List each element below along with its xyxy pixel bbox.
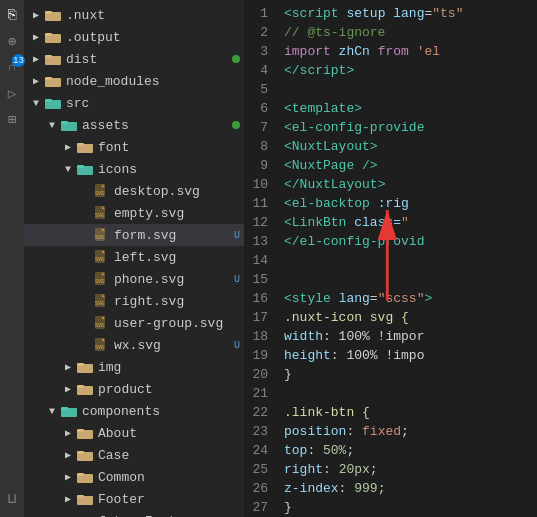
svg-rect-47 (77, 429, 84, 432)
tree-arrow-dist: ▶ (28, 53, 44, 65)
tree-label-Footer: Footer (98, 492, 240, 507)
tree-icon-src (44, 94, 62, 112)
line-number-27: 27 (244, 498, 268, 517)
tree-label-font: font (98, 140, 240, 155)
tree-label-About: About (98, 426, 240, 441)
tree-arrow-output: ▶ (28, 31, 44, 43)
tree-item-right[interactable]: SVGright.svg (24, 290, 244, 312)
tree-icon-icons (76, 160, 94, 178)
tree-item-form[interactable]: SVGform.svgU (24, 224, 244, 246)
tree-label-user-group: user-group.svg (114, 316, 240, 331)
tree-item-node_modules[interactable]: ▶node_modules (24, 70, 244, 92)
tree-label-product: product (98, 382, 240, 397)
code-line-7: <el-config-provide (284, 118, 537, 137)
tree-label-dist: dist (66, 52, 228, 67)
tree-arrow-src: ▼ (28, 98, 44, 109)
tree-label-img: img (98, 360, 240, 375)
tree-item-wx[interactable]: SVGwx.svgU (24, 334, 244, 356)
tree-icon-assets (60, 116, 78, 134)
tree-item-futrueFactory[interactable]: ▶futrueFactory (24, 510, 244, 517)
explorer-icon[interactable]: ⎘ (1, 4, 23, 26)
line-number-24: 24 (244, 441, 268, 460)
tree-icon-Common (76, 468, 94, 486)
run-icon[interactable]: ▷ (1, 82, 23, 104)
tree-item-img[interactable]: ▶img (24, 356, 244, 378)
code-line-9: <NuxtPage /> (284, 156, 537, 175)
tree-item-Common[interactable]: ▶Common (24, 466, 244, 488)
tree-icon-font (76, 138, 94, 156)
line-number-12: 12 (244, 213, 268, 232)
code-line-17: .nuxt-icon svg { (284, 308, 537, 327)
remote-icon[interactable]: ⊔ (1, 487, 23, 509)
tree-label-assets: assets (82, 118, 228, 133)
line-number-25: 25 (244, 460, 268, 479)
svg-rect-9 (45, 99, 52, 102)
line-number-14: 14 (244, 251, 268, 270)
line-number-16: 16 (244, 289, 268, 308)
tree-item-assets[interactable]: ▼assets (24, 114, 244, 136)
tree-label-left: left.svg (114, 250, 240, 265)
tree-item-icons[interactable]: ▼icons (24, 158, 244, 180)
line-number-2: 2 (244, 23, 268, 42)
tree-label-icons: icons (98, 162, 240, 177)
tree-item-nuxt[interactable]: ▶.nuxt (24, 4, 244, 26)
code-line-15 (284, 270, 537, 289)
line-number-1: 1 (244, 4, 268, 23)
tree-label-src: src (66, 96, 240, 111)
tree-icon-left: SVG (92, 248, 110, 266)
svg-rect-3 (45, 33, 52, 36)
tree-arrow-img: ▶ (60, 361, 76, 373)
search-icon[interactable]: ⊕ (1, 30, 23, 52)
code-line-23: position: fixed; (284, 422, 537, 441)
line-number-5: 5 (244, 80, 268, 99)
tree-arrow-components: ▼ (44, 406, 60, 417)
line-number-23: 23 (244, 422, 268, 441)
tree-item-empty[interactable]: SVGempty.svg (24, 202, 244, 224)
tree-item-Footer[interactable]: ▶Footer (24, 488, 244, 510)
code-line-26: z-index: 999; (284, 479, 537, 498)
tree-badge-wx: U (234, 340, 240, 351)
tree-item-About[interactable]: ▶About (24, 422, 244, 444)
tree-label-phone: phone.svg (114, 272, 230, 287)
code-line-6: <template> (284, 99, 537, 118)
activity-bar: ⎘ ⊕ ⑃ 13 ▷ ⊞ ⊔ (0, 0, 24, 517)
tree-item-src[interactable]: ▼src (24, 92, 244, 114)
line-number-8: 8 (244, 137, 268, 156)
tree-arrow-node_modules: ▶ (28, 75, 44, 87)
tree-label-futrueFactory: futrueFactory (98, 514, 240, 518)
tree-item-dist[interactable]: ▶dist (24, 48, 244, 70)
code-line-12: <LinkBtn class=" (284, 213, 537, 232)
svg-rect-11 (61, 121, 68, 124)
tree-label-right: right.svg (114, 294, 240, 309)
tree-label-node_modules: node_modules (66, 74, 240, 89)
tree-arrow-Footer: ▶ (60, 493, 76, 505)
tree-icon-empty: SVG (92, 204, 110, 222)
tree-item-font[interactable]: ▶font (24, 136, 244, 158)
svg-rect-7 (45, 77, 52, 80)
tree-item-user-group[interactable]: SVGuser-group.svg (24, 312, 244, 334)
tree-arrow-About: ▶ (60, 427, 76, 439)
code-line-4: </script> (284, 61, 537, 80)
line-number-17: 17 (244, 308, 268, 327)
tree-item-phone[interactable]: SVGphone.svgU (24, 268, 244, 290)
tree-arrow-Common: ▶ (60, 471, 76, 483)
tree-item-left[interactable]: SVGleft.svg (24, 246, 244, 268)
tree-item-components[interactable]: ▼components (24, 400, 244, 422)
line-number-18: 18 (244, 327, 268, 346)
tree-icon-form: SVG (92, 226, 110, 244)
line-number-6: 6 (244, 99, 268, 118)
tree-icon-user-group: SVG (92, 314, 110, 332)
tree-label-Common: Common (98, 470, 240, 485)
tree-item-product[interactable]: ▶product (24, 378, 244, 400)
code-line-1: <script setup lang="ts" (284, 4, 537, 23)
svg-text:SVG: SVG (95, 301, 104, 307)
svg-rect-15 (77, 165, 84, 168)
tree-item-Case[interactable]: ▶Case (24, 444, 244, 466)
code-content: <script setup lang="ts"// @ts-ignoreimpo… (276, 0, 537, 517)
file-tree: ▶.nuxt▶.output▶dist▶node_modules▼src▼ass… (24, 0, 244, 517)
tree-item-output[interactable]: ▶.output (24, 26, 244, 48)
code-line-2: // @ts-ignore (284, 23, 537, 42)
extensions-icon[interactable]: ⊞ (1, 108, 23, 130)
source-control-icon[interactable]: ⑃ 13 (1, 56, 23, 78)
tree-item-desktop[interactable]: SVGdesktop.svg (24, 180, 244, 202)
